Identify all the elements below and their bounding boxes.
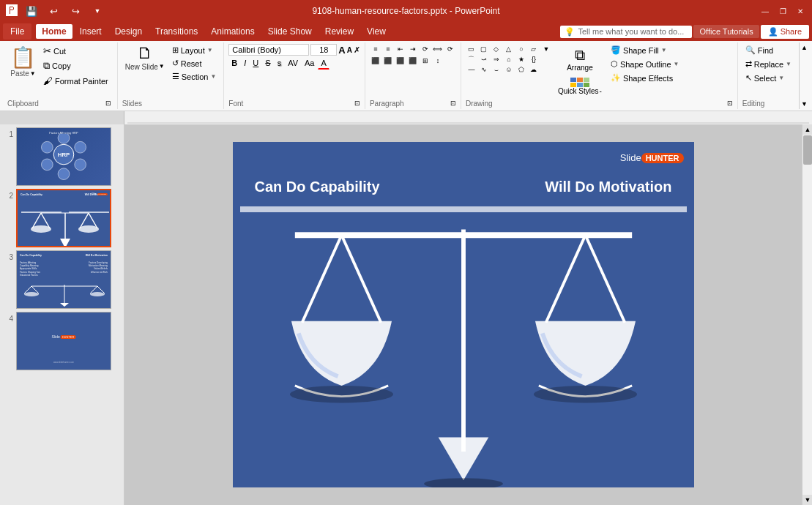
- rect-shape[interactable]: ▭: [466, 44, 477, 54]
- canvas-area[interactable]: Slide HUNTER Can Do Capability Will Do M…: [124, 124, 802, 505]
- slide-image-4[interactable]: Slide HUNTER www.slidehunter.com: [16, 312, 111, 370]
- format-painter-button[interactable]: 🖌 Format Painter: [40, 74, 111, 88]
- line-spacing-button[interactable]: ↕: [432, 56, 444, 66]
- slide-thumb-1[interactable]: 1 Factors Affecting HRP HRP: [3, 127, 121, 186]
- curve-shape[interactable]: ⌒: [466, 54, 477, 64]
- layout-button[interactable]: ⊞ Layout ▼: [169, 44, 220, 56]
- arrange-button[interactable]: ⧉ Arrange: [562, 44, 597, 75]
- shadow-button[interactable]: s: [275, 57, 285, 70]
- font-color-button[interactable]: A: [318, 57, 329, 70]
- office-tutorials-button[interactable]: Office Tutorials: [693, 25, 759, 38]
- diamond-shape[interactable]: ◇: [491, 44, 502, 54]
- new-slide-arrow[interactable]: ▼: [159, 63, 165, 70]
- drawing-expand-icon[interactable]: ⊡: [727, 100, 733, 107]
- case-button[interactable]: Aa: [302, 57, 317, 70]
- slideshow-menu[interactable]: Slide Show: [262, 24, 318, 39]
- slide-thumb-4[interactable]: 4 Slide HUNTER www.slidehunter.com: [3, 312, 121, 370]
- home-menu[interactable]: Home: [36, 24, 72, 39]
- triangle-shape[interactable]: △: [503, 44, 515, 54]
- increase-indent-button[interactable]: ⇥: [407, 44, 419, 54]
- shape-more-arrow[interactable]: ▼: [540, 44, 552, 54]
- align-right-button[interactable]: ⬛: [395, 56, 406, 66]
- font-grow-button[interactable]: A: [338, 45, 345, 56]
- replace-arrow[interactable]: ▼: [786, 61, 791, 67]
- paste-dropdown-arrow[interactable]: ▼: [30, 70, 36, 77]
- shape-effects-button[interactable]: ✨ Shape Effects: [608, 72, 682, 84]
- columns-button[interactable]: ⊞: [420, 56, 431, 66]
- layout-arrow[interactable]: ▼: [207, 47, 213, 53]
- convert-button[interactable]: ⟳: [444, 44, 456, 54]
- font-size-input[interactable]: [310, 44, 337, 56]
- strikethrough-button[interactable]: S: [262, 57, 273, 70]
- clipboard-expand-icon[interactable]: ⊡: [105, 100, 111, 107]
- direction-button[interactable]: ⟺: [432, 44, 444, 54]
- shape-fill-button[interactable]: 🪣 Shape Fill ▼: [608, 44, 682, 56]
- slide-thumb-2[interactable]: 2 Can Do Capability Will Do Motivation S…: [3, 189, 121, 247]
- arrow-shape[interactable]: ⤻: [478, 54, 490, 64]
- slide-thumb-3[interactable]: 3 Can Do Capability Will Do Motivation F…: [3, 250, 121, 309]
- file-menu[interactable]: File: [3, 23, 31, 40]
- spacing-button[interactable]: AV: [285, 57, 301, 70]
- scroll-up-button[interactable]: ▲: [802, 124, 812, 135]
- close-button[interactable]: ✕: [794, 5, 806, 17]
- select-button[interactable]: ↖ Select ▼: [742, 72, 794, 84]
- animations-menu[interactable]: Animations: [205, 24, 260, 39]
- round-rect-shape[interactable]: ▢: [478, 44, 490, 54]
- slide-image-3[interactable]: Can Do Capability Will Do Motivation Fac…: [16, 250, 111, 309]
- align-center-button[interactable]: ⬛: [382, 56, 394, 66]
- brace-shape[interactable]: ⌣: [491, 64, 502, 75]
- insert-menu[interactable]: Insert: [74, 24, 108, 39]
- paragraph-expand-icon[interactable]: ⊡: [450, 100, 456, 107]
- underline-button[interactable]: U: [250, 57, 261, 70]
- reset-button[interactable]: ↺ Reset: [169, 57, 220, 70]
- undo-icon[interactable]: ↩: [45, 3, 62, 19]
- line-shape[interactable]: —: [466, 64, 477, 75]
- transitions-menu[interactable]: Transitions: [149, 24, 204, 39]
- section-button[interactable]: ☰ Section ▼: [169, 70, 220, 83]
- block-arrow[interactable]: ⇒: [491, 54, 502, 64]
- scroll-down-button[interactable]: ▼: [802, 495, 812, 505]
- section-arrow[interactable]: ▼: [210, 73, 216, 80]
- ribbon-scroll-down[interactable]: ▼: [800, 99, 809, 109]
- view-menu[interactable]: View: [361, 24, 392, 39]
- decrease-indent-button[interactable]: ⇤: [395, 44, 406, 54]
- shape-fill-arrow[interactable]: ▼: [661, 47, 667, 53]
- slide-image-2[interactable]: Can Do Capability Will Do Motivation Sli…: [16, 189, 111, 247]
- scroll-track[interactable]: [802, 135, 812, 495]
- wave-shape[interactable]: ∿: [478, 64, 490, 75]
- new-slide-button[interactable]: 🗋 New Slide ▼: [122, 44, 168, 72]
- clear-formatting-button[interactable]: ✗: [354, 45, 360, 55]
- save-icon[interactable]: 💾: [23, 3, 40, 19]
- font-expand-icon[interactable]: ⊡: [354, 100, 360, 107]
- slide-image-1[interactable]: Factors Affecting HRP HRP: [16, 127, 111, 186]
- paste-button[interactable]: 📋 Paste ▼: [7, 44, 39, 78]
- font-name-input[interactable]: [228, 44, 309, 56]
- design-menu[interactable]: Design: [109, 24, 148, 39]
- quick-styles-button[interactable]: Quick Styles -: [554, 75, 606, 98]
- parallelogram-shape[interactable]: ▱: [528, 44, 540, 54]
- replace-button[interactable]: ⇄ Replace ▼: [742, 58, 794, 70]
- smiley-shape[interactable]: ☺: [503, 64, 515, 75]
- help-search-box[interactable]: 💡 Tell me what you want to do...: [560, 26, 692, 38]
- numbered-button[interactable]: ≡: [382, 44, 394, 54]
- customize-qat-icon[interactable]: ▼: [89, 3, 105, 19]
- align-left-button[interactable]: ⬛: [370, 56, 381, 66]
- justify-button[interactable]: ⬛: [407, 56, 419, 66]
- bullets-button[interactable]: ≡: [370, 44, 381, 54]
- scroll-thumb[interactable]: [803, 135, 812, 165]
- smart-art-button[interactable]: ⟳: [420, 44, 431, 54]
- ribbon-scroll-up[interactable]: ▲: [800, 42, 809, 53]
- review-menu[interactable]: Review: [319, 24, 360, 39]
- cloud-shape[interactable]: ☁: [528, 64, 540, 75]
- find-button[interactable]: 🔍 Find: [742, 44, 794, 56]
- italic-button[interactable]: I: [241, 57, 249, 70]
- oval-shape[interactable]: ○: [515, 44, 527, 54]
- shape-outline-arrow[interactable]: ▼: [674, 61, 679, 67]
- select-arrow[interactable]: ▼: [778, 75, 784, 81]
- shape-outline-button[interactable]: ⬡ Shape Outline ▼: [608, 58, 682, 70]
- minimize-button[interactable]: —: [759, 5, 771, 17]
- copy-button[interactable]: ⧉ Copy: [40, 59, 111, 73]
- bold-button[interactable]: B: [228, 57, 240, 70]
- share-button[interactable]: 👤 Share: [761, 25, 809, 39]
- restore-button[interactable]: ❐: [777, 5, 789, 17]
